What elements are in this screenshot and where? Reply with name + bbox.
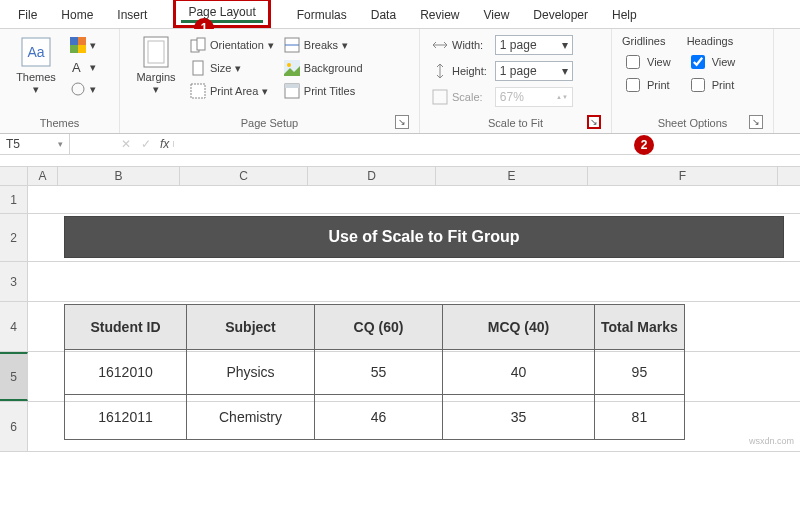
cell[interactable]: 35 bbox=[443, 395, 595, 440]
chevron-down-icon: ▾ bbox=[58, 139, 63, 149]
data-table: Student ID Subject CQ (60) MCQ (40) Tota… bbox=[64, 304, 685, 440]
tab-formulas[interactable]: Formulas bbox=[285, 4, 359, 28]
col-header-F[interactable]: F bbox=[588, 167, 778, 185]
sheet-title-cell[interactable]: Use of Scale to Fit Group bbox=[64, 216, 784, 258]
svg-point-17 bbox=[287, 63, 291, 67]
width-combo[interactable]: 1 page▾ bbox=[495, 35, 573, 55]
cell[interactable]: 46 bbox=[315, 395, 443, 440]
table-header-id[interactable]: Student ID bbox=[65, 305, 187, 350]
print-titles-button[interactable]: Print Titles bbox=[282, 81, 365, 101]
theme-colors-button[interactable]: ▾ bbox=[68, 35, 98, 55]
print-titles-icon bbox=[284, 83, 300, 99]
height-combo[interactable]: 1 page▾ bbox=[495, 61, 573, 81]
page-setup-launcher[interactable]: ↘ bbox=[395, 115, 409, 129]
cell[interactable]: Chemistry bbox=[187, 395, 315, 440]
themes-button[interactable]: Aa Themes ▾ bbox=[10, 35, 62, 115]
enter-formula-button[interactable]: ✓ bbox=[136, 137, 156, 151]
background-icon bbox=[284, 60, 300, 76]
table-header-subject[interactable]: Subject bbox=[187, 305, 315, 350]
row-header-2[interactable]: 2 bbox=[0, 214, 28, 261]
chevron-down-icon: ▾ bbox=[90, 83, 96, 96]
col-header-B[interactable]: B bbox=[58, 167, 180, 185]
fx-icon[interactable]: fx bbox=[156, 137, 173, 151]
themes-group-label: Themes bbox=[10, 115, 109, 129]
tab-file[interactable]: File bbox=[6, 4, 49, 28]
cell[interactable]: 1612010 bbox=[65, 350, 187, 395]
formula-bar[interactable] bbox=[173, 141, 800, 147]
cell[interactable]: 81 bbox=[595, 395, 685, 440]
table-header-cq[interactable]: CQ (60) bbox=[315, 305, 443, 350]
margins-icon bbox=[139, 35, 173, 69]
svg-rect-12 bbox=[193, 61, 203, 75]
width-icon bbox=[432, 37, 448, 53]
row-header-1[interactable]: 1 bbox=[0, 186, 28, 213]
headings-print-checkbox[interactable]: Print bbox=[687, 75, 736, 95]
scale-to-fit-launcher[interactable]: ↘ bbox=[587, 115, 601, 129]
size-button[interactable]: Size▾ bbox=[188, 58, 276, 78]
table-header-total[interactable]: Total Marks bbox=[595, 305, 685, 350]
cell[interactable]: Physics bbox=[187, 350, 315, 395]
svg-rect-4 bbox=[70, 45, 78, 53]
svg-rect-20 bbox=[433, 90, 447, 104]
worksheet-grid: 1 2 3 4 5 6 Use of Scale to Fit Group St… bbox=[0, 186, 800, 452]
cell[interactable]: 55 bbox=[315, 350, 443, 395]
row-header-6[interactable]: 6 bbox=[0, 402, 28, 451]
tab-page-layout[interactable]: Page Layout bbox=[159, 4, 284, 28]
cell[interactable]: 95 bbox=[595, 350, 685, 395]
theme-effects-button[interactable]: ▾ bbox=[68, 79, 98, 99]
name-box[interactable]: T5▾ bbox=[0, 134, 70, 154]
chevron-down-icon: ▾ bbox=[262, 85, 268, 98]
scale-to-fit-group: Width: Height: Scale: 1 page▾ 1 page▾ 67… bbox=[420, 29, 612, 133]
table-header-mcq[interactable]: MCQ (40) bbox=[443, 305, 595, 350]
col-header-C[interactable]: C bbox=[180, 167, 308, 185]
table-row: 1612011 Chemistry 46 35 81 bbox=[65, 395, 685, 440]
ribbon-tabs: File Home Insert Page Layout Formulas Da… bbox=[0, 0, 800, 29]
gridlines-header: Gridlines bbox=[622, 35, 671, 49]
chevron-down-icon: ▾ bbox=[268, 39, 274, 52]
tab-home[interactable]: Home bbox=[49, 4, 105, 28]
col-header-E[interactable]: E bbox=[436, 167, 588, 185]
background-button[interactable]: Background bbox=[282, 58, 365, 78]
tab-developer[interactable]: Developer bbox=[521, 4, 600, 28]
svg-rect-3 bbox=[78, 37, 86, 45]
gridlines-print-checkbox[interactable]: Print bbox=[622, 75, 671, 95]
tab-data[interactable]: Data bbox=[359, 4, 408, 28]
chevron-down-icon: ▾ bbox=[562, 38, 568, 52]
margins-button[interactable]: Margins ▾ bbox=[130, 35, 182, 115]
print-area-icon bbox=[190, 83, 206, 99]
print-area-button[interactable]: Print Area▾ bbox=[188, 81, 276, 101]
row-header-4[interactable]: 4 bbox=[0, 302, 28, 351]
select-all-triangle[interactable] bbox=[0, 167, 28, 185]
headings-view-checkbox[interactable]: View bbox=[687, 52, 736, 72]
width-label: Width: bbox=[430, 35, 489, 55]
formula-bar-row: T5▾ ✕ ✓ fx bbox=[0, 134, 800, 155]
col-header-A[interactable]: A bbox=[28, 167, 58, 185]
orientation-button[interactable]: Orientation▾ bbox=[188, 35, 276, 55]
gridlines-view-checkbox[interactable]: View bbox=[622, 52, 671, 72]
callout-marker-2: 2 bbox=[634, 135, 654, 155]
col-header-D[interactable]: D bbox=[308, 167, 436, 185]
svg-rect-2 bbox=[70, 37, 78, 45]
chevron-down-icon: ▾ bbox=[130, 83, 182, 96]
chevron-down-icon: ▾ bbox=[90, 61, 96, 74]
scale-icon bbox=[432, 89, 448, 105]
tab-review[interactable]: Review bbox=[408, 4, 471, 28]
svg-rect-13 bbox=[191, 84, 205, 98]
tab-insert[interactable]: Insert bbox=[105, 4, 159, 28]
cancel-formula-button[interactable]: ✕ bbox=[116, 137, 136, 151]
row-header-3[interactable]: 3 bbox=[0, 262, 28, 301]
sheet-options-launcher[interactable]: ↘ bbox=[749, 115, 763, 129]
row-header-5[interactable]: 5 bbox=[0, 352, 28, 401]
orientation-icon bbox=[190, 37, 206, 53]
table-row: 1612010 Physics 55 40 95 bbox=[65, 350, 685, 395]
cell[interactable]: 40 bbox=[443, 350, 595, 395]
chevron-down-icon: ▾ bbox=[235, 62, 241, 75]
themes-icon: Aa bbox=[19, 35, 53, 69]
breaks-button[interactable]: Breaks▾ bbox=[282, 35, 365, 55]
tab-view[interactable]: View bbox=[472, 4, 522, 28]
effects-icon bbox=[70, 81, 86, 97]
theme-fonts-button[interactable]: A ▾ bbox=[68, 57, 98, 77]
svg-point-7 bbox=[72, 83, 84, 95]
cell[interactable]: 1612011 bbox=[65, 395, 187, 440]
tab-help[interactable]: Help bbox=[600, 4, 649, 28]
